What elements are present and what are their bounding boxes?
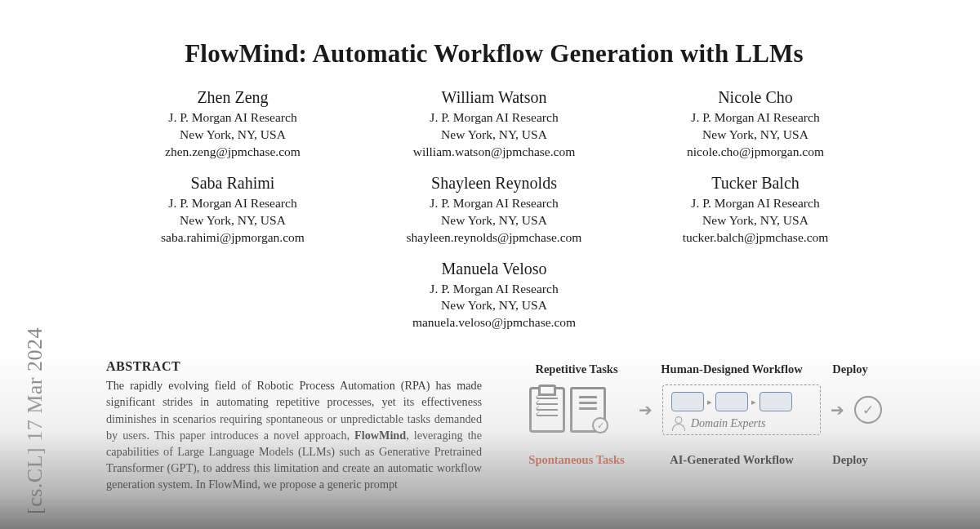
arrow-right-icon: ➔ (639, 400, 653, 420)
author-name: Zhen Zeng (127, 87, 339, 109)
author-location: New York, NY, USA (127, 212, 339, 229)
author-name: Tucker Balch (649, 172, 862, 194)
fig-label-human-workflow: Human-Designed Workflow (642, 362, 822, 376)
author-location: New York, NY, USA (388, 297, 600, 314)
deploy-check-icon: ✓ (854, 396, 882, 424)
workflow-step-icon (715, 392, 748, 411)
author-affiliation: J. P. Morgan AI Research (388, 109, 600, 127)
author-email: zhen.zeng@jpmchase.com (127, 144, 339, 161)
author-name: Shayleen Reynolds (388, 172, 600, 194)
author-email: shayleen.reynolds@jpmchase.com (388, 229, 600, 247)
checkmark-icon: ✓ (592, 417, 608, 433)
author: Tucker Balch J. P. Morgan AI Research Ne… (649, 172, 862, 247)
author-location: New York, NY, USA (388, 212, 600, 229)
author-name: Manuela Veloso (388, 258, 600, 280)
fig-label-spontaneous: Spontaneous Tasks (511, 453, 642, 467)
arrow-right-icon: ▸ (751, 397, 756, 407)
fig-label-deploy: Deploy (822, 453, 879, 467)
fig-label-ai-workflow: AI-Generated Workflow (642, 453, 822, 467)
author: Nicole Cho J. P. Morgan AI Research New … (649, 87, 862, 161)
author: Manuela Veloso J. P. Morgan AI Research … (388, 258, 600, 332)
author-location: New York, NY, USA (649, 127, 862, 144)
author-name: Nicole Cho (649, 87, 862, 109)
author-email: nicole.cho@jpmorgan.com (649, 144, 862, 161)
abstract-heading: ABSTRACT (106, 359, 482, 374)
document-icon: ✓ (570, 387, 606, 433)
author-location: New York, NY, USA (388, 127, 600, 144)
author-affiliation: J. P. Morgan AI Research (127, 195, 339, 212)
workflow-step-icon (671, 392, 704, 411)
author-name: William Watson (388, 87, 600, 109)
fig-label-repetitive: Repetitive Tasks (511, 362, 642, 376)
workflow-box: ▸ ▸ Domain Experts (662, 385, 821, 435)
author-affiliation: J. P. Morgan AI Research (649, 195, 862, 212)
author: Shayleen Reynolds J. P. Morgan AI Resear… (388, 172, 600, 247)
domain-experts-label: Domain Experts (691, 417, 765, 430)
workflow-step-icon (760, 392, 792, 411)
person-icon (671, 416, 686, 431)
arrow-right-icon: ▸ (707, 397, 712, 407)
author-email: tucker.balch@jpmchase.com (649, 229, 862, 247)
abstract-text: The rapidly evolving field of Robotic Pr… (106, 377, 482, 492)
authors-block: Zhen Zeng J. P. Morgan AI Research New Y… (106, 87, 882, 343)
abstract-bold-term: FlowMind (354, 429, 406, 442)
author: Saba Rahimi J. P. Morgan AI Research New… (127, 172, 339, 247)
clipboard-icon (529, 387, 565, 433)
author-affiliation: J. P. Morgan AI Research (649, 109, 862, 127)
arxiv-sidebar-label: [cs.CL] 17 Mar 2024 (23, 327, 47, 514)
figure-1: Repetitive Tasks Human-Designed Workflow… (506, 359, 884, 492)
author-email: william.watson@jpmchase.com (388, 144, 600, 161)
author-affiliation: J. P. Morgan AI Research (388, 195, 600, 212)
author-affiliation: J. P. Morgan AI Research (388, 281, 600, 298)
author: William Watson J. P. Morgan AI Research … (388, 87, 600, 161)
author-location: New York, NY, USA (649, 212, 862, 229)
author-location: New York, NY, USA (127, 127, 339, 144)
author-email: saba.rahimi@jpmorgan.com (127, 229, 339, 247)
arrow-right-icon: ➔ (831, 400, 844, 420)
author-email: manuela.veloso@jpmchase.com (388, 314, 600, 331)
author: Zhen Zeng J. P. Morgan AI Research New Y… (127, 87, 339, 161)
author-name: Saba Rahimi (127, 172, 339, 194)
author-affiliation: J. P. Morgan AI Research (127, 109, 339, 127)
fig-label-deploy: Deploy (822, 362, 879, 376)
paper-title: FlowMind: Automatic Workflow Generation … (106, 39, 882, 69)
